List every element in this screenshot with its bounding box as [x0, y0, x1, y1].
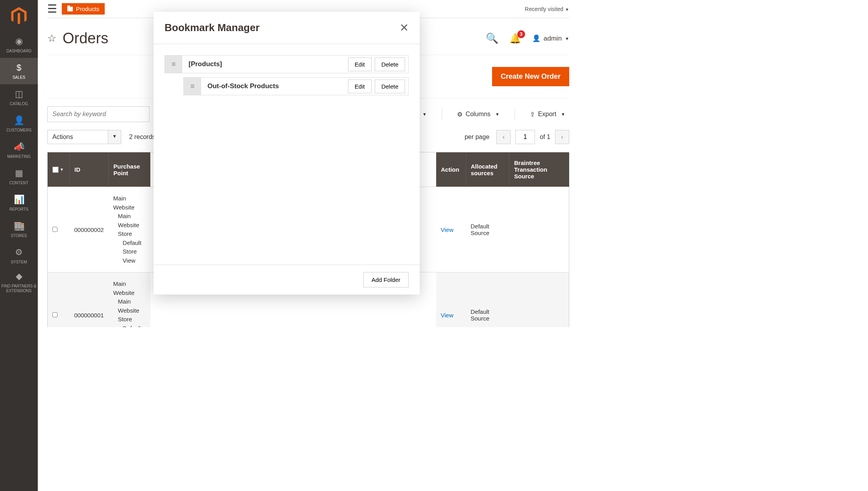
- drag-handle-icon[interactable]: ≡: [165, 56, 182, 73]
- sidebar-label: STORES: [11, 233, 27, 238]
- bookmark-item: ≡ [Products] Edit Delete: [165, 55, 409, 73]
- divider: [515, 108, 515, 120]
- caret-down-icon: ▼: [561, 112, 565, 117]
- cell-braintree: [509, 272, 569, 328]
- user-menu[interactable]: 👤admin▼: [532, 34, 569, 43]
- create-order-button[interactable]: Create New Order: [492, 67, 569, 86]
- megaphone-icon: 📣: [14, 142, 24, 152]
- sidebar-item-marketing[interactable]: 📣MARKETING: [0, 137, 38, 163]
- modal-title: Bookmark Manager: [165, 22, 259, 34]
- star-icon[interactable]: ☆: [47, 32, 56, 44]
- cell-id: 000000001: [70, 272, 109, 328]
- actions-dropdown[interactable]: Actions: [47, 130, 108, 144]
- pp-website: Main Website: [113, 280, 146, 297]
- user-icon: 👤: [532, 34, 540, 43]
- layout-icon: ▦: [15, 168, 23, 178]
- sidebar-item-content[interactable]: ▦CONTENT: [0, 163, 38, 190]
- modal-footer: Add Folder: [154, 265, 420, 295]
- col-id[interactable]: ID: [70, 152, 109, 187]
- caret-down-icon: ▼: [565, 36, 569, 41]
- gauge-icon: ◉: [15, 36, 23, 46]
- pager: per page ‹ of 1 ›: [465, 130, 569, 144]
- page-title: Orders: [63, 30, 108, 47]
- pp-view: Default Store View: [113, 239, 146, 265]
- row-checkbox[interactable]: [52, 227, 57, 232]
- sidebar-item-stores[interactable]: 🏬STORES: [0, 216, 38, 243]
- sidebar-label: CUSTOMERS: [6, 128, 31, 133]
- sidebar: ◉DASHBOARD $SALES ◫CATALOG 👤CUSTOMERS 📣M…: [0, 0, 38, 327]
- cell-allocated: Default Source: [466, 187, 509, 272]
- sidebar-item-catalog[interactable]: ◫CATALOG: [0, 84, 38, 111]
- actions-dropdown-wrap: Actions ▼: [47, 130, 121, 144]
- chart-icon: 📊: [14, 195, 24, 205]
- page-count: of 1: [540, 133, 550, 141]
- header-icons: 🔍 🔔3 👤admin▼: [486, 32, 569, 44]
- drag-handle-icon[interactable]: ≡: [184, 78, 201, 95]
- sidebar-item-reports[interactable]: 📊REPORTS: [0, 190, 38, 216]
- row-checkbox[interactable]: [52, 312, 57, 317]
- sidebar-item-customers[interactable]: 👤CUSTOMERS: [0, 111, 38, 137]
- per-page-label: per page: [465, 133, 489, 141]
- search-input[interactable]: [47, 106, 150, 122]
- caret-down-icon[interactable]: ▼: [108, 130, 121, 144]
- search-icon[interactable]: 🔍: [486, 32, 498, 44]
- folder-icon: [67, 7, 73, 11]
- columns-dropdown[interactable]: ⚙Columns▼: [453, 108, 503, 120]
- caret-down-icon: ▼: [565, 7, 569, 12]
- export-dropdown[interactable]: ⇪Export▼: [526, 108, 569, 120]
- gear-icon: ⚙: [15, 247, 23, 258]
- edit-button[interactable]: Edit: [348, 57, 372, 71]
- sidebar-label: SALES: [13, 75, 25, 80]
- bookmark-manager-modal: Bookmark Manager ✕ ≡ [Products] Edit Del…: [154, 12, 420, 295]
- sidebar-label: FIND PARTNERS & EXTENSIONS: [1, 284, 37, 293]
- close-icon[interactable]: ✕: [400, 21, 409, 34]
- view-link[interactable]: View: [441, 312, 453, 319]
- button-label: Products: [76, 6, 99, 12]
- box-icon: ◫: [15, 89, 23, 99]
- edit-button[interactable]: Edit: [348, 80, 372, 93]
- sidebar-item-system[interactable]: ⚙SYSTEM: [0, 243, 38, 269]
- recently-visited-dropdown[interactable]: Recently visited▼: [525, 6, 569, 12]
- delete-button[interactable]: Delete: [375, 57, 405, 71]
- notification-badge: 3: [517, 30, 525, 38]
- pp-view: Default Store View: [113, 324, 146, 328]
- caret-down-icon: ▼: [422, 112, 427, 117]
- add-folder-button[interactable]: Add Folder: [363, 272, 409, 287]
- sidebar-label: SYSTEM: [11, 260, 27, 265]
- label: Export: [538, 111, 556, 118]
- sidebar-item-sales[interactable]: $SALES: [0, 58, 38, 84]
- notifications-button[interactable]: 🔔3: [509, 33, 521, 44]
- bookmark-label: Out-of-Stock Products: [201, 82, 348, 90]
- sidebar-label: REPORTS: [9, 207, 28, 212]
- products-bookmark-button[interactable]: Products: [62, 3, 105, 15]
- col-purchase-point[interactable]: Purchase Point: [109, 152, 150, 187]
- prev-page-button[interactable]: ‹: [496, 130, 511, 144]
- pp-website: Main Website: [113, 194, 146, 212]
- puzzle-icon: ◆: [16, 271, 22, 282]
- next-page-button[interactable]: ›: [555, 130, 569, 144]
- magento-logo[interactable]: [0, 0, 38, 31]
- pp-store: Main Website Store: [113, 297, 146, 324]
- cell-id: 000000002: [70, 187, 109, 272]
- col-allocated[interactable]: Allocated sources: [466, 152, 509, 187]
- cell-purchase-point: Main Website Main Website Store Default …: [109, 187, 150, 272]
- sidebar-label: MARKETING: [7, 154, 30, 159]
- username: admin: [544, 35, 562, 43]
- delete-button[interactable]: Delete: [375, 80, 405, 93]
- label: Recently visited: [525, 6, 563, 12]
- caret-down-icon: ▼: [495, 112, 500, 117]
- bookmark-item: ≡ Out-of-Stock Products Edit Delete: [183, 77, 409, 95]
- page-number-input[interactable]: [515, 130, 535, 144]
- col-action[interactable]: Action: [436, 152, 466, 187]
- bookmark-label: [Products]: [182, 60, 348, 68]
- view-link[interactable]: View: [441, 226, 453, 233]
- sidebar-label: CONTENT: [9, 181, 28, 185]
- sidebar-item-partners[interactable]: ◆FIND PARTNERS & EXTENSIONS: [0, 269, 38, 295]
- sidebar-item-dashboard[interactable]: ◉DASHBOARD: [0, 31, 38, 58]
- modal-body: ≡ [Products] Edit Delete ≡ Out-of-Stock …: [154, 44, 420, 265]
- person-icon: 👤: [14, 115, 24, 126]
- hamburger-icon[interactable]: ☰: [47, 2, 57, 15]
- sidebar-label: CATALOG: [10, 102, 28, 106]
- col-braintree[interactable]: Braintree Transaction Source: [509, 152, 569, 187]
- select-all-checkbox[interactable]: ▼: [52, 167, 65, 173]
